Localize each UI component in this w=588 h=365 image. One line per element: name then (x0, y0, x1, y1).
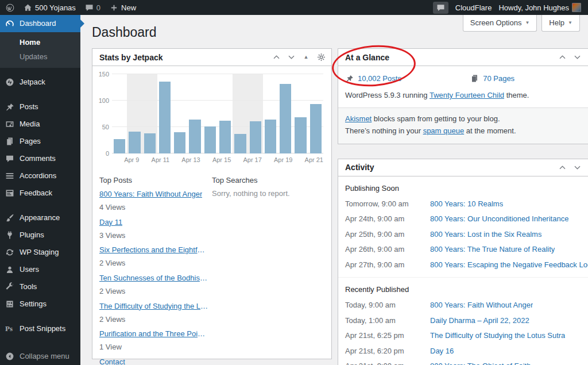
activity-post-link[interactable]: Daily Dharma – April 22, 2022 (430, 315, 529, 326)
top-post-views: 2 Views (99, 314, 212, 325)
x-tick-label (231, 156, 243, 163)
sidebar-item-media[interactable]: Media (0, 116, 80, 133)
jetpack-chart-plot (112, 74, 323, 153)
help-button[interactable]: Help ▼ (541, 15, 580, 32)
sidebar-item-pages[interactable]: Pages (0, 133, 80, 150)
activity-date: Apr 27th, 9:00 am (345, 259, 430, 271)
comments-menu[interactable]: 0 (85, 3, 100, 12)
activity-post-link[interactable]: Day 16 (430, 345, 454, 357)
top-post-link[interactable]: Purification and the Three Poisons (99, 329, 208, 340)
home-icon (24, 3, 32, 12)
sidebar-item-settings[interactable]: Settings (0, 295, 80, 313)
activity-date: Apr 24th, 9:00 am (345, 213, 430, 225)
activity-post-link[interactable]: 800 Years: Lost in the Six Realms (430, 229, 541, 240)
gear-icon[interactable] (316, 53, 326, 62)
jetpack-icon (5, 78, 14, 87)
sidebar-item-plugins[interactable]: Plugins (0, 226, 80, 244)
sidebar-item-users[interactable]: Users (0, 261, 80, 278)
cloudflare-menu[interactable]: CloudFlare (455, 3, 492, 12)
activity-post-link[interactable]: 800 Years: Our Unconditioned Inheritance (430, 213, 568, 225)
media-icon (5, 120, 14, 129)
chart-bar (295, 117, 306, 153)
posts-count-link[interactable]: 10,002 Posts (345, 74, 470, 83)
sidebar-item-accordions[interactable]: Accordions (0, 167, 80, 185)
activity-post-link[interactable]: 800 Years: 10 Realms (430, 198, 503, 210)
new-content-menu[interactable]: New (110, 3, 136, 12)
sidebar-item-dashboard[interactable]: Dashboard (0, 15, 80, 32)
sidebar-item-tools[interactable]: Tools (0, 278, 80, 295)
pages-count-link[interactable]: 70 Pages (470, 74, 514, 83)
wp-logo-menu[interactable] (6, 3, 14, 12)
top-post-views: 3 Views (99, 230, 212, 241)
activity-post-link[interactable]: 800 Years: The True Nature of Reality (430, 244, 555, 255)
activity-post-link[interactable]: 800 Years: Faith Without Anger (430, 299, 533, 311)
activity-panel: Activity ▲ Publishing Soon Tomorrow, 9:0… (338, 159, 588, 365)
move-down-icon[interactable] (572, 53, 582, 62)
my-account-menu[interactable]: Howdy, John Hughes (498, 3, 581, 12)
comments-count: 0 (96, 3, 100, 12)
screen-options-button[interactable]: Screen Options ▼ (463, 15, 537, 32)
top-post-link[interactable]: The Difficulty of Studying the Lot... (99, 301, 208, 312)
top-post-link[interactable]: Six Perfections and the Eightfold ... (99, 245, 208, 256)
move-up-icon[interactable] (272, 53, 281, 62)
chart-bar (310, 104, 322, 153)
top-post-link[interactable]: Ten Suchnesses of the Bodhisattvas (99, 273, 208, 284)
sidebar-item-post-snippets[interactable]: Ps Post Snippets (0, 320, 80, 337)
bars-row (112, 74, 323, 153)
spam-queue-text-a: There’s nothing in your (345, 126, 423, 135)
sidebar-item-wp-staging[interactable]: WP Staging (0, 244, 80, 261)
bar-slot (127, 74, 142, 153)
pages-icon (5, 137, 14, 146)
notification-bubble-button[interactable] (433, 2, 448, 14)
sidebar-item-feedback[interactable]: Feedback (0, 185, 80, 202)
sidebar-item-label: Feedback (20, 189, 52, 197)
move-up-icon[interactable] (558, 53, 567, 62)
sidebar-item-posts[interactable]: Posts (0, 98, 80, 116)
activity-post-link[interactable]: 800 Years: Escaping the Negative Feedbac… (430, 259, 588, 271)
sidebar-item-label: Settings (20, 300, 47, 308)
top-post-link[interactable]: Contact (99, 357, 125, 365)
spam-queue-link[interactable]: spam queue (423, 126, 465, 135)
chart-bar (204, 126, 216, 153)
move-up-icon[interactable] (558, 163, 567, 172)
collapse-panel-icon[interactable]: ▲ (301, 53, 311, 62)
bar-slot (263, 74, 278, 153)
activity-row: Apr 21st, 9:00 am 800 Years: The Object … (338, 359, 588, 365)
activity-row: Apr 26th, 9:00 am 800 Years: The True Na… (338, 242, 588, 258)
collapse-menu-button[interactable]: Collapse menu (0, 348, 80, 365)
activity-post-link[interactable]: 800 Years: The Object of Faith (430, 360, 531, 365)
menu-lines-icon (5, 171, 14, 180)
move-down-icon[interactable] (572, 163, 582, 172)
top-post-link[interactable]: 800 Years: Faith Without Anger (99, 189, 202, 200)
recently-published-section: Recently Published Today, 9:00 am 800 Ye… (338, 277, 588, 365)
caret-down-icon: ▼ (525, 20, 529, 25)
x-tick-label (139, 156, 151, 163)
top-post-link[interactable]: Day 11 (99, 217, 122, 228)
sidebar-item-jetpack[interactable]: Jetpack (0, 74, 80, 91)
chat-bubble-icon (436, 3, 445, 12)
dashboard-submenu: Home Updates (0, 32, 80, 68)
activity-post-link[interactable]: The Difficulty of Studying the Lotus Sut… (430, 330, 565, 341)
move-down-icon[interactable] (287, 53, 296, 62)
help-label: Help (549, 18, 564, 27)
sidebar-item-comments[interactable]: Comments (0, 150, 80, 167)
bar-slot (278, 74, 293, 153)
chart-bar (219, 121, 231, 153)
akismet-text: blocks spam from getting to your blog. (372, 114, 500, 123)
wordpress-version-text: WordPress 5.9.3 running Twenty Fourteen … (338, 89, 588, 107)
activity-date: Today, 9:00 am (345, 299, 430, 311)
akismet-link[interactable]: Akismet (345, 114, 372, 123)
avatar (572, 3, 581, 12)
y-tick-label: 150 (99, 71, 109, 78)
site-name-menu[interactable]: 500 Yojanas (24, 3, 76, 12)
activity-date: Tomorrow, 9:00 am (345, 198, 430, 210)
theme-link[interactable]: Twenty Fourteen Child (430, 91, 504, 99)
main-content: Screen Options ▼ Help ▼ Dashboard Stats … (80, 15, 588, 365)
chart-bar (129, 132, 140, 153)
activity-date: Apr 26th, 9:00 am (345, 244, 430, 255)
sidebar-item-updates[interactable]: Updates (0, 49, 80, 64)
sidebar-item-home[interactable]: Home (0, 35, 80, 49)
activity-date: Apr 21st, 9:00 am (345, 360, 430, 365)
sidebar-item-appearance[interactable]: Appearance (0, 209, 80, 226)
activity-date: Today, 1:00 am (345, 315, 430, 326)
